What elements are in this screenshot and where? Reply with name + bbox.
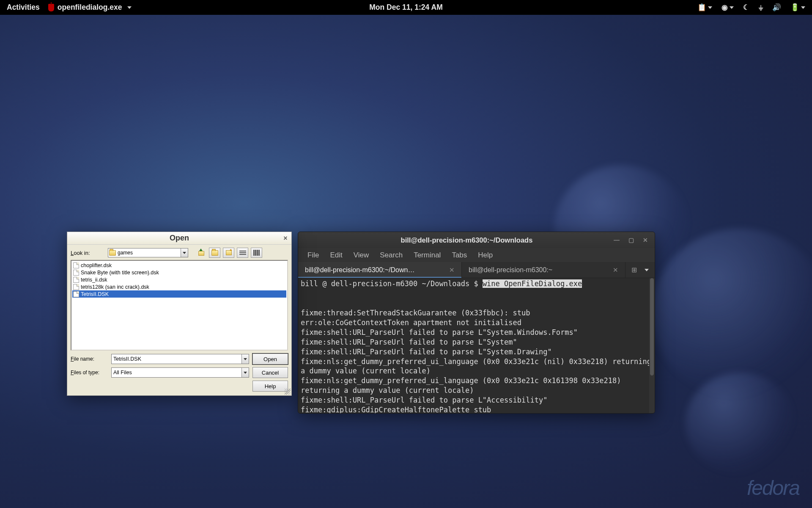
file-name: tetris_ii.dsk	[81, 277, 107, 283]
clipboard-indicator[interactable]: 📋	[697, 3, 712, 12]
bg-blob	[685, 373, 795, 474]
terminal-body[interactable]: bill @ dell-precision-m6300 ~/Downloads …	[298, 278, 655, 413]
open-file-dialog: Open × Look in: games choplifter.dskSnak…	[67, 232, 292, 396]
terminal-titlebar[interactable]: bill@dell-precision-m6300:~/Downloads — …	[298, 232, 655, 248]
file-item[interactable]: tetris128k (san inc crack).dsk	[72, 283, 286, 290]
maximize-button[interactable]: ▢	[628, 237, 634, 243]
lookin-value: games	[118, 250, 133, 256]
file-icon	[73, 262, 79, 268]
menu-help[interactable]: Help	[473, 249, 498, 261]
accessibility-menu[interactable]: ◉	[721, 3, 734, 12]
view-list-button[interactable]	[237, 248, 248, 258]
menu-search[interactable]: Search	[375, 249, 408, 261]
terminal-line: fixme:shell:URL_ParseUrl failed to parse…	[301, 347, 652, 357]
new-folder-button[interactable]	[223, 248, 234, 258]
file-icon	[73, 270, 79, 276]
fedora-watermark: fedora	[747, 476, 799, 500]
app-menu[interactable]: openfiledialog.exe	[48, 3, 132, 12]
menu-file[interactable]: File	[302, 249, 324, 261]
menu-terminal[interactable]: Terminal	[409, 249, 446, 261]
resize-grip[interactable]	[285, 389, 291, 395]
file-icon	[73, 277, 79, 283]
file-icon	[73, 284, 79, 290]
app-menu-label: openfiledialog.exe	[58, 3, 122, 12]
filename-label: File name:	[71, 356, 108, 362]
file-list[interactable]: choplifter.dskSnake Byte (with title scr…	[71, 260, 288, 351]
terminal-line: fixme:nls:get_dummy_preferred_ui_languag…	[301, 376, 652, 395]
chevron-down-icon[interactable]	[241, 368, 249, 377]
terminal-line: fixme:shell:URL_ParseUrl failed to parse…	[301, 395, 652, 405]
filetype-combo[interactable]: All Files	[111, 367, 249, 378]
terminal-line: fixme:thread:SetThreadStackGuarantee (0x…	[301, 308, 652, 318]
desktop-icon	[211, 250, 218, 256]
list-view-icon	[239, 250, 246, 256]
menu-edit[interactable]: Edit	[325, 249, 347, 261]
new-folder-icon	[226, 250, 232, 255]
cancel-button[interactable]: Cancel	[252, 367, 288, 378]
filetype-label: Files of type:	[71, 370, 108, 375]
file-name: TetrisII.DSK	[81, 291, 109, 297]
activities-button[interactable]: Activities	[7, 3, 40, 12]
volume-icon[interactable]: 🔊	[772, 3, 781, 12]
tab-menu-button[interactable]	[645, 269, 649, 271]
file-icon	[73, 291, 79, 297]
terminal-window: bill@dell-precision-m6300:~/Downloads — …	[298, 232, 655, 414]
minimize-button[interactable]: —	[613, 237, 620, 243]
night-light-icon[interactable]: ☾	[743, 3, 749, 12]
details-view-icon	[253, 250, 260, 256]
terminal-line: fixme:nls:get_dummy_preferred_ui_languag…	[301, 357, 652, 376]
file-item[interactable]: Snake Byte (with title screen).dsk	[72, 269, 286, 276]
open-button[interactable]: Open	[252, 353, 288, 364]
tab-close-icon[interactable]: ✕	[449, 266, 455, 274]
dialog-titlebar[interactable]: Open ×	[67, 232, 291, 245]
filetype-value: All Files	[113, 370, 132, 375]
chevron-down-icon	[127, 6, 132, 9]
menu-tabs[interactable]: Tabs	[447, 249, 472, 261]
file-item[interactable]: TetrisII.DSK	[72, 290, 286, 298]
chevron-down-icon[interactable]	[181, 248, 188, 257]
wine-icon	[48, 4, 54, 11]
lookin-label: Look in:	[71, 250, 105, 256]
folder-icon	[109, 250, 116, 256]
close-button[interactable]: ✕	[642, 237, 649, 243]
terminal-line: fixme:gdiplus:GdipCreateHalftonePalette …	[301, 405, 652, 413]
desktop-button[interactable]	[209, 248, 220, 258]
file-item[interactable]: tetris_ii.dsk	[72, 276, 286, 283]
new-tab-button[interactable]: ⊞	[631, 266, 637, 274]
terminal-tabs: bill@dell-precision-m6300:~/Down…✕bill@d…	[298, 262, 655, 278]
dialog-title: Open	[79, 234, 280, 243]
terminal-title: bill@dell-precision-m6300:~/Downloads	[326, 236, 607, 244]
lookin-combo[interactable]: games	[108, 248, 188, 257]
file-item[interactable]: choplifter.dsk	[72, 262, 286, 269]
chevron-down-icon[interactable]	[241, 354, 249, 364]
help-button[interactable]: Help	[252, 381, 288, 392]
gnome-topbar: Activities openfiledialog.exe Mon Dec 11…	[0, 0, 812, 15]
terminal-tab[interactable]: bill@dell-precision-m6300:~✕	[462, 262, 625, 278]
tab-close-icon[interactable]: ✕	[613, 266, 618, 274]
terminal-line: fixme:shell:URL_ParseUrl failed to parse…	[301, 328, 652, 337]
battery-menu[interactable]: 🔋	[790, 3, 805, 12]
clock[interactable]: Mon Dec 11, 1:24 AM	[369, 3, 442, 12]
file-name: choplifter.dsk	[81, 262, 112, 268]
view-details-button[interactable]	[251, 248, 262, 258]
filename-value: TetrisII.DSK	[113, 356, 141, 362]
tab-label: bill@dell-precision-m6300:~	[469, 266, 609, 274]
terminal-line: err:ole:CoGetContextToken apartment not …	[301, 318, 652, 328]
terminal-menubar: FileEditViewSearchTerminalTabsHelp	[298, 248, 655, 262]
close-button[interactable]: ×	[280, 235, 291, 242]
wifi-icon[interactable]: ⏚	[759, 3, 763, 12]
terminal-line: fixme:shell:URL_ParseUrl failed to parse…	[301, 337, 652, 347]
file-name: tetris128k (san inc crack).dsk	[81, 284, 149, 290]
terminal-tab[interactable]: bill@dell-precision-m6300:~/Down…✕	[298, 262, 462, 278]
menu-view[interactable]: View	[348, 249, 374, 261]
filename-input[interactable]: TetrisII.DSK	[111, 354, 249, 364]
file-name: Snake Byte (with title screen).dsk	[81, 270, 159, 276]
scrollbar[interactable]	[649, 278, 655, 413]
go-up-button[interactable]	[195, 248, 206, 258]
tab-label: bill@dell-precision-m6300:~/Down…	[305, 266, 445, 274]
up-folder-icon	[198, 250, 204, 256]
